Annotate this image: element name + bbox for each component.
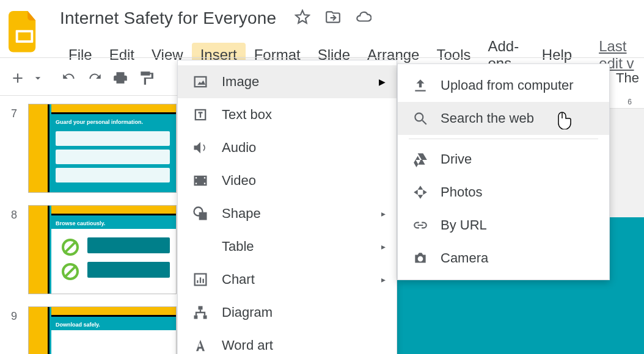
svg-point-7: [415, 113, 423, 121]
photos-icon: [411, 183, 430, 201]
svg-rect-4: [199, 306, 203, 310]
link-icon: [411, 216, 430, 234]
paint-format-button[interactable]: [134, 67, 158, 90]
svg-rect-6: [203, 316, 207, 319]
chevron-right-icon: ▸: [381, 209, 386, 219]
svg-rect-1: [18, 32, 31, 40]
video-icon: [191, 172, 210, 190]
wordart-icon: [191, 336, 210, 354]
chevron-right-icon: ▸: [381, 275, 386, 284]
textbox-icon: [191, 106, 210, 124]
insert-textbox-item[interactable]: Text box: [178, 98, 397, 131]
star-icon[interactable]: [295, 9, 310, 27]
menu-separator: [409, 139, 598, 139]
chevron-right-icon: ▸: [381, 242, 386, 251]
image-submenu: Upload from computer Search the web Driv…: [397, 63, 610, 280]
photos-item[interactable]: Photos: [398, 176, 609, 209]
camera-item[interactable]: Camera: [398, 242, 609, 275]
insert-menu-dropdown: Image ▶ Text box Audio Video Shape ▸ Tab…: [177, 60, 397, 354]
undo-button[interactable]: [57, 67, 81, 90]
insert-shape-item[interactable]: Shape ▸: [178, 197, 397, 230]
shape-icon: [191, 204, 210, 223]
upload-icon: [411, 76, 430, 95]
slide-thumbnail[interactable]: Browse cautiously.: [28, 205, 177, 294]
mouse-cursor-icon: [557, 111, 574, 132]
chevron-right-icon: ▶: [379, 77, 386, 87]
drive-item[interactable]: Drive: [398, 143, 609, 176]
insert-diagram-item[interactable]: Diagram: [178, 296, 397, 329]
slide-thumbnail[interactable]: Guard your personal information.: [28, 104, 177, 193]
slide-thumbnail[interactable]: Download safely.: [28, 306, 177, 354]
svg-rect-3: [199, 212, 207, 220]
slide-number: 9: [0, 306, 28, 323]
insert-wordart-item[interactable]: Word art: [178, 329, 397, 354]
drive-icon: [411, 150, 430, 168]
search-icon: [411, 109, 430, 128]
move-icon[interactable]: [325, 9, 341, 27]
cloud-status-icon[interactable]: [356, 9, 371, 27]
slide-number: 8: [0, 205, 28, 222]
insert-table-item[interactable]: Table ▸: [178, 230, 397, 263]
chart-icon: [191, 270, 210, 289]
print-button[interactable]: [109, 67, 132, 90]
by-url-item[interactable]: By URL: [398, 209, 609, 242]
slides-logo[interactable]: [9, 11, 40, 51]
svg-rect-5: [194, 316, 198, 319]
image-icon: [191, 73, 210, 91]
insert-video-item[interactable]: Video: [178, 164, 397, 197]
audio-icon: [191, 139, 210, 157]
diagram-icon: [191, 303, 210, 322]
new-slide-button[interactable]: [6, 67, 29, 90]
camera-icon: [411, 249, 430, 267]
new-slide-dropdown[interactable]: [32, 67, 44, 90]
redo-button[interactable]: [83, 67, 106, 90]
insert-chart-item[interactable]: Chart ▸: [178, 263, 397, 296]
search-the-web-item[interactable]: Search the web: [398, 102, 609, 135]
insert-image-item[interactable]: Image ▶: [178, 65, 397, 98]
insert-audio-item[interactable]: Audio: [178, 131, 397, 164]
document-title[interactable]: Internet Safety for Everyone: [60, 9, 276, 28]
upload-from-computer-item[interactable]: Upload from computer: [398, 69, 609, 102]
toolbar-overflow-text: The: [616, 61, 639, 95]
slide-panel: 7 Guard your personal information. 8 Bro…: [0, 104, 189, 354]
slide-number: 7: [0, 104, 28, 120]
